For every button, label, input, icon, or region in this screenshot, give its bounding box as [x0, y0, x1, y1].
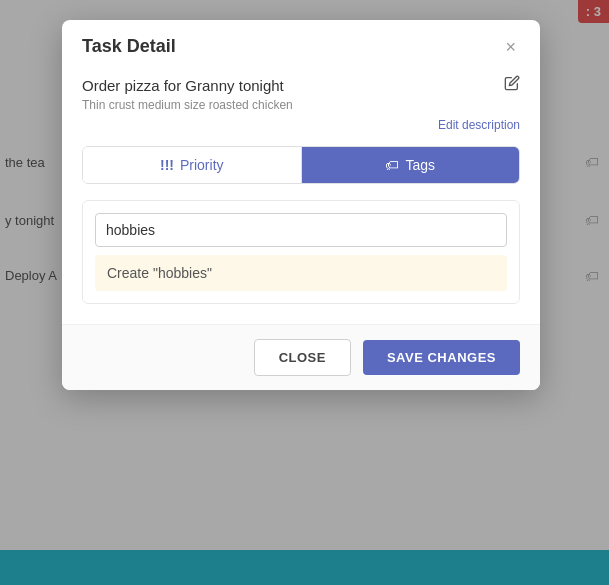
tags-input[interactable] — [95, 213, 507, 247]
modal-body: Order pizza for Granny tonight Thin crus… — [62, 69, 540, 324]
task-title-row: Order pizza for Granny tonight — [82, 77, 520, 94]
modal-close-x-button[interactable]: × — [501, 38, 520, 56]
tags-panel: Create "hobbies" — [82, 200, 520, 304]
create-tag-option[interactable]: Create "hobbies" — [95, 255, 507, 291]
tab-priority-label: Priority — [180, 157, 224, 173]
task-title: Order pizza for Granny tonight — [82, 77, 284, 94]
edit-title-button[interactable] — [504, 75, 520, 94]
modal-footer: CLOSE SAVE CHANGES — [62, 324, 540, 390]
edit-description-link[interactable]: Edit description — [82, 118, 520, 132]
save-changes-button[interactable]: SAVE CHANGES — [363, 340, 520, 375]
priority-icon: !!! — [160, 157, 174, 173]
tab-tags[interactable]: 🏷 Tags — [302, 147, 520, 183]
modal-header: Task Detail × — [62, 20, 540, 69]
close-button[interactable]: CLOSE — [254, 339, 351, 376]
tab-priority[interactable]: !!! Priority — [83, 147, 302, 183]
modal-title: Task Detail — [82, 36, 176, 57]
edit-pencil-icon — [504, 75, 520, 91]
tags-icon: 🏷 — [385, 157, 399, 173]
tab-tags-label: Tags — [405, 157, 435, 173]
tab-row: !!! Priority 🏷 Tags — [82, 146, 520, 184]
task-detail-modal: Task Detail × Order pizza for Granny ton… — [62, 20, 540, 390]
task-description: Thin crust medium size roasted chicken — [82, 98, 520, 112]
